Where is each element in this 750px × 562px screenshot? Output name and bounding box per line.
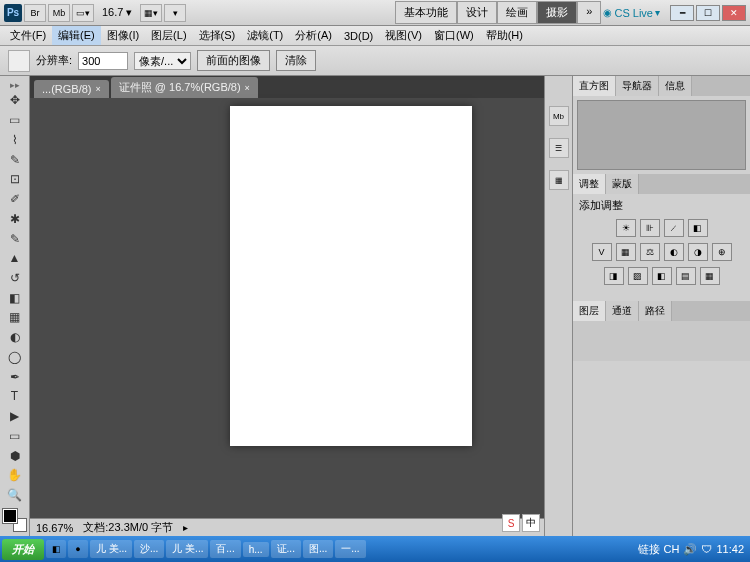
brush-tool-icon[interactable]: ✎ [4,229,26,248]
front-image-button[interactable]: 前面的图像 [197,50,270,71]
taskbar-item[interactable]: 图... [303,540,333,558]
document-tab[interactable]: ...(RGB/8)× [34,80,109,98]
dodge-tool-icon[interactable]: ◯ [4,348,26,367]
menu-analysis[interactable]: 分析(A) [289,26,338,45]
workspace-basic[interactable]: 基本功能 [395,1,457,24]
tab-histogram[interactable]: 直方图 [573,76,616,96]
tray-clock[interactable]: 11:42 [716,543,744,555]
eyedropper-tool-icon[interactable]: ✐ [4,190,26,209]
tray-icon[interactable]: 🛡 [701,543,712,555]
tab-info[interactable]: 信息 [659,76,692,96]
minibridge-icon[interactable]: Mb [48,4,70,22]
menu-filter[interactable]: 滤镜(T) [241,26,289,45]
minibridge-panel-icon[interactable]: Mb [549,106,569,126]
menu-layer[interactable]: 图层(L) [145,26,192,45]
taskbar-item[interactable]: 儿 美... [166,540,208,558]
tab-adjustments[interactable]: 调整 [573,174,606,194]
clear-button[interactable]: 清除 [276,50,316,71]
stamp-tool-icon[interactable]: ▲ [4,249,26,268]
bridge-icon[interactable]: Br [24,4,46,22]
workspace-photo[interactable]: 摄影 [537,1,577,24]
crop-tool-icon[interactable]: ⊡ [4,170,26,189]
quicklaunch-icon[interactable]: ● [68,540,88,558]
color-swatches[interactable] [3,509,27,531]
taskbar-item[interactable]: 百... [210,540,240,558]
blur-tool-icon[interactable]: ◐ [4,328,26,347]
start-button[interactable]: 开始 [2,539,44,560]
taskbar-item[interactable]: 儿 美... [90,540,132,558]
hand-tool-icon[interactable]: ✋ [4,466,26,485]
menu-file[interactable]: 文件(F) [4,26,52,45]
menu-3d[interactable]: 3D(D) [338,28,379,44]
history-brush-tool-icon[interactable]: ↺ [4,269,26,288]
lasso-tool-icon[interactable]: ⌇ [4,130,26,149]
invert-adjust-icon[interactable]: ◨ [604,267,624,285]
screen-mode-icon[interactable]: ▭▾ [72,4,94,22]
taskbar-item[interactable]: h... [243,542,269,557]
gradient-map-adjust-icon[interactable]: ▤ [676,267,696,285]
curves-adjust-icon[interactable]: ⟋ [664,219,684,237]
threshold-adjust-icon[interactable]: ◧ [652,267,672,285]
resolution-unit-select[interactable]: 像素/... [134,52,191,70]
workspace-paint[interactable]: 绘画 [497,1,537,24]
selective-color-adjust-icon[interactable]: ▦ [700,267,720,285]
foreground-color-swatch[interactable] [3,509,17,523]
history-panel-icon[interactable]: ☰ [549,138,569,158]
eraser-tool-icon[interactable]: ◧ [4,288,26,307]
brightness-adjust-icon[interactable]: ☀ [616,219,636,237]
bw-adjust-icon[interactable]: ◐ [664,243,684,261]
resolution-input[interactable] [78,52,128,70]
3d-tool-icon[interactable]: ⬢ [4,446,26,465]
taskbar-item[interactable]: 证... [271,540,301,558]
vibrance-adjust-icon[interactable]: V [592,243,612,261]
swatches-panel-icon[interactable]: ▦ [549,170,569,190]
color-balance-adjust-icon[interactable]: ⚖ [640,243,660,261]
tray-lang-icon[interactable]: CH [664,543,680,555]
crop-tool-preset-icon[interactable] [8,50,30,72]
arrange-docs-icon[interactable]: ▦▾ [140,4,162,22]
levels-adjust-icon[interactable]: ⊪ [640,219,660,237]
hue-adjust-icon[interactable]: ▦ [616,243,636,261]
menu-window[interactable]: 窗口(W) [428,26,480,45]
gradient-tool-icon[interactable]: ▦ [4,308,26,327]
document-canvas[interactable] [230,106,472,446]
layers-panel-body[interactable] [573,321,750,361]
channel-mixer-adjust-icon[interactable]: ⊕ [712,243,732,261]
window-minimize-icon[interactable]: ━ [670,5,694,21]
marquee-tool-icon[interactable]: ▭ [4,111,26,130]
type-tool-icon[interactable]: T [4,387,26,406]
ime-lang-icon[interactable]: 中 [522,514,540,532]
shape-tool-icon[interactable]: ▭ [4,426,26,445]
window-close-icon[interactable]: ✕ [722,5,746,21]
tab-navigator[interactable]: 导航器 [616,76,659,96]
move-tool-icon[interactable]: ✥ [4,91,26,110]
tab-paths[interactable]: 路径 [639,301,672,321]
tab-layers[interactable]: 图层 [573,301,606,321]
exposure-adjust-icon[interactable]: ◧ [688,219,708,237]
tray-icon[interactable]: 🔊 [683,543,697,556]
tab-channels[interactable]: 通道 [606,301,639,321]
close-tab-icon[interactable]: × [245,83,250,93]
cs-live-button[interactable]: ◉ CS Live ▾ [603,7,660,19]
zoom-tool-icon[interactable]: 🔍 [4,486,26,505]
posterize-adjust-icon[interactable]: ▨ [628,267,648,285]
path-select-tool-icon[interactable]: ▶ [4,407,26,426]
workspace-more-icon[interactable]: » [577,1,601,24]
quicklaunch-icon[interactable]: ◧ [46,540,66,558]
healing-brush-tool-icon[interactable]: ✱ [4,209,26,228]
menu-help[interactable]: 帮助(H) [480,26,529,45]
ime-sogou-icon[interactable]: S [502,514,520,532]
tab-masks[interactable]: 蒙版 [606,174,639,194]
extras-icon[interactable]: ▾ [164,4,186,22]
document-tab[interactable]: 证件照 @ 16.7%(RGB/8)× [111,77,258,98]
taskbar-item[interactable]: 沙... [134,540,164,558]
photo-filter-adjust-icon[interactable]: ◑ [688,243,708,261]
status-zoom[interactable]: 16.67% [36,522,73,534]
workspace-design[interactable]: 设计 [457,1,497,24]
menu-image[interactable]: 图像(I) [101,26,145,45]
quick-select-tool-icon[interactable]: ✎ [4,150,26,169]
menu-select[interactable]: 选择(S) [193,26,242,45]
window-maximize-icon[interactable]: ☐ [696,5,720,21]
pen-tool-icon[interactable]: ✒ [4,367,26,386]
close-tab-icon[interactable]: × [96,84,101,94]
